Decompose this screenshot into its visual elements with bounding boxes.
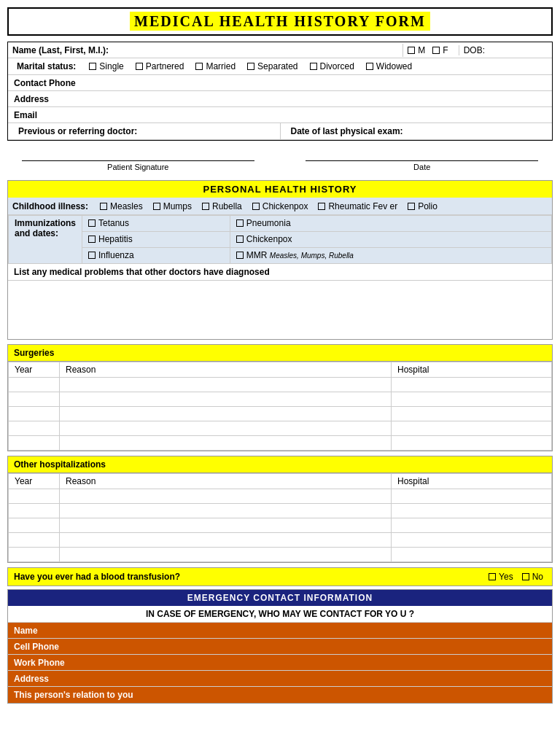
checkbox-single-icon: [89, 63, 96, 70]
patient-signature-block: Patient Signature: [22, 148, 254, 171]
immunizations-label: Immunizations and dates:: [9, 216, 82, 264]
signature-area: Patient Signature Date: [7, 145, 553, 174]
prev-doctor-label: Previous or referring doctor:: [14, 125, 141, 138]
email-label: Email: [8, 109, 96, 122]
checkbox-widowed-icon: [366, 63, 373, 70]
marital-single[interactable]: Single: [89, 61, 123, 71]
checkbox-rubella-icon: [202, 203, 209, 210]
last-exam-label: Date of last physical exam:: [287, 125, 408, 138]
checkbox-f-icon: [432, 47, 440, 54]
last-exam-input[interactable]: [408, 126, 546, 136]
emergency-relation-row[interactable]: This person's relation to you: [8, 687, 552, 703]
marital-widowed[interactable]: Widowed: [366, 61, 412, 71]
table-row[interactable]: [9, 533, 552, 548]
checkbox-pneumonia-icon: [236, 219, 244, 227]
table-row[interactable]: [9, 504, 552, 518]
contact-phone-label: Contact Phone: [8, 77, 96, 90]
transfusion-label: Have you ever had a blood transfusion?: [8, 569, 483, 585]
immuniz-hepatitis[interactable]: Hepatitis: [82, 232, 230, 248]
marital-divorced[interactable]: Divorced: [310, 61, 354, 71]
table-row[interactable]: [9, 518, 552, 533]
immuniz-chickenpox[interactable]: Chickenpox: [230, 232, 551, 248]
immuniz-pneumonia[interactable]: Pneumonia: [230, 216, 551, 232]
transfusion-options: Yes No: [483, 569, 552, 585]
illness-rubella[interactable]: Rubella: [202, 201, 242, 211]
table-row[interactable]: [9, 378, 552, 392]
personal-health-header: PERSONAL HEALTH HISTORY: [8, 181, 552, 198]
name-label: Name (Last, First, M.I.):: [8, 44, 113, 57]
table-row[interactable]: [9, 407, 552, 421]
emergency-header: EMERGENCY CONTACT INFORMATION: [8, 590, 552, 606]
checkbox-mmr-icon: [236, 252, 244, 259]
checkbox-tetanus-icon: [88, 219, 96, 227]
illness-measles[interactable]: Measles: [100, 201, 143, 211]
email-input[interactable]: [96, 109, 552, 122]
hospitalizations-header: Other hospitalizations: [8, 456, 552, 473]
surgeries-section: Surgeries Year Reason Hospital: [7, 344, 553, 451]
marital-partnered[interactable]: Partnered: [136, 61, 184, 71]
name-input[interactable]: [113, 44, 402, 57]
checkbox-measles-icon: [100, 203, 107, 210]
checkbox-influenza-icon: [88, 252, 96, 259]
emergency-subtitle: IN CASE OF EMERGENCY, WHO MAY WE CONTACT…: [8, 606, 552, 623]
hospitalizations-section: Other hospitalizations Year Reason Hospi…: [7, 456, 553, 563]
signature-line[interactable]: [22, 148, 254, 161]
immuniz-influenza[interactable]: Influenza: [82, 248, 230, 264]
immuniz-mmr[interactable]: MMR Measles, Mumps, Rubella: [230, 248, 551, 264]
address-input[interactable]: [96, 93, 552, 106]
gender-m-checkbox[interactable]: M: [408, 45, 425, 55]
checkbox-rheumatic-icon: [318, 203, 325, 210]
checkbox-m-icon: [408, 47, 415, 54]
medical-problems-input[interactable]: [8, 281, 552, 339]
surgeries-col-year: Year: [9, 362, 60, 378]
checkbox-yes-icon: [489, 573, 496, 580]
prev-doctor-input[interactable]: [141, 126, 273, 136]
emergency-work-row[interactable]: Work Phone: [8, 655, 552, 671]
checkbox-polio-icon: [408, 203, 415, 210]
checkbox-imm-chickenpox-icon: [236, 236, 244, 243]
surgeries-table: Year Reason Hospital: [8, 362, 552, 451]
hosp-col-reason: Reason: [60, 474, 392, 489]
emergency-cell-row[interactable]: Cell Phone: [8, 639, 552, 655]
hospitalizations-table: Year Reason Hospital: [8, 473, 552, 562]
illness-chickenpox[interactable]: Chickenpox: [252, 201, 308, 211]
illness-polio[interactable]: Polio: [408, 201, 438, 211]
transfusion-no[interactable]: No: [522, 572, 543, 582]
dob-label: DOB:: [459, 45, 485, 55]
hosp-col-year: Year: [9, 474, 60, 489]
dob-value[interactable]: [489, 45, 548, 55]
patient-sig-caption: Patient Signature: [107, 163, 168, 171]
emergency-address-row[interactable]: Address: [8, 671, 552, 687]
date-caption: Date: [413, 163, 430, 171]
gender-f-checkbox[interactable]: F: [432, 45, 448, 55]
table-row[interactable]: [9, 489, 552, 504]
emergency-name-row[interactable]: Name: [8, 623, 552, 639]
surgeries-col-hospital: Hospital: [392, 362, 552, 378]
checkbox-no-icon: [522, 573, 529, 580]
contact-phone-input[interactable]: [96, 77, 552, 90]
table-row[interactable]: [9, 392, 552, 407]
table-row[interactable]: [9, 548, 552, 562]
date-block: Date: [306, 148, 538, 171]
table-row[interactable]: [9, 421, 552, 436]
medical-problems-label: List any medical problems that other doc…: [8, 264, 552, 281]
emergency-section: EMERGENCY CONTACT INFORMATION IN CASE OF…: [7, 589, 553, 704]
table-row[interactable]: [9, 436, 552, 451]
marital-married[interactable]: Married: [195, 61, 236, 71]
illness-mumps[interactable]: Mumps: [153, 201, 192, 211]
immunizations-table: Immunizations and dates: Tetanus Pneumon…: [8, 215, 552, 264]
childhood-label: Childhood illness:: [12, 201, 93, 211]
marital-separated[interactable]: Separated: [247, 61, 298, 71]
address-label: Address: [8, 93, 96, 106]
immuniz-tetanus[interactable]: Tetanus: [82, 216, 230, 232]
illness-rheumatic[interactable]: Rheumatic Fev er: [318, 201, 397, 211]
checkbox-chickenpox-icon: [252, 203, 260, 210]
transfusion-yes[interactable]: Yes: [489, 572, 513, 582]
checkbox-married-icon: [195, 63, 203, 70]
checkbox-partnered-icon: [136, 63, 143, 70]
hosp-col-hospital: Hospital: [392, 474, 552, 489]
blood-transfusion-row: Have you ever had a blood transfusion? Y…: [7, 567, 553, 586]
date-line[interactable]: [306, 148, 538, 161]
checkbox-divorced-icon: [310, 63, 317, 70]
surgeries-header: Surgeries: [8, 345, 552, 362]
